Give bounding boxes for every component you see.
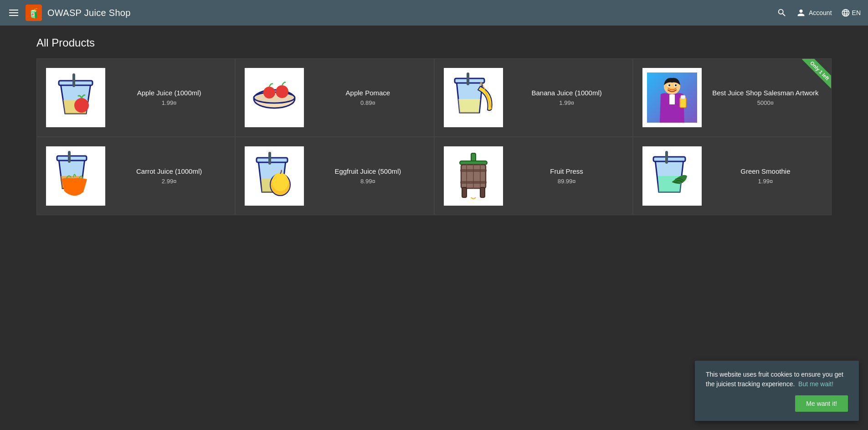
cookie-message: This website uses fruit cookies to ensur… — [706, 370, 848, 389]
main-content: All Products — [0, 26, 868, 226]
svg-rect-12 — [455, 78, 484, 83]
svg-rect-42 — [462, 187, 467, 197]
language-button[interactable]: EN — [841, 8, 861, 17]
product-info-fruit-press: Fruit Press 89.99¤ — [510, 167, 623, 185]
product-image-salesman-artwork — [642, 68, 702, 127]
svg-rect-3 — [59, 81, 92, 85]
product-name-apple-pomace: Apple Pomace — [311, 89, 424, 97]
product-price-banana-juice: 1.99¤ — [510, 99, 623, 106]
page-title: All Products — [36, 36, 832, 49]
svg-rect-23 — [681, 95, 685, 99]
product-price-salesman-artwork: 5000¤ — [709, 99, 822, 106]
product-card-salesman-artwork[interactable]: Only 1 left — [633, 58, 832, 137]
product-image-fruit-press — [444, 146, 503, 206]
product-price-apple-juice: 1.99¤ — [113, 99, 226, 106]
product-image-carrot-juice — [46, 146, 105, 206]
product-name-apple-juice: Apple Juice (1000ml) — [113, 89, 226, 97]
product-info-green-smoothie: Green Smoothie 1.99¤ — [709, 167, 822, 185]
product-image-banana-juice — [444, 68, 503, 127]
brand-logo: 🧃 — [26, 5, 42, 21]
cookie-accept-button[interactable]: Me want it! — [795, 395, 848, 412]
svg-rect-25 — [57, 156, 87, 161]
product-name-fruit-press: Fruit Press — [510, 167, 623, 175]
navbar-right: Account EN — [777, 8, 861, 18]
product-card-fruit-press[interactable]: Fruit Press 89.99¤ — [434, 137, 633, 215]
products-grid: Apple Juice (1000ml) 1.99¤ — [36, 58, 832, 215]
svg-rect-46 — [665, 151, 668, 164]
product-price-eggfruit-juice: 8.99¤ — [311, 178, 424, 185]
product-info-carrot-juice: Carrot Juice (1000ml) 2.99¤ — [113, 167, 226, 185]
product-image-green-smoothie — [642, 146, 702, 206]
product-price-apple-pomace: 0.89¤ — [311, 99, 424, 106]
svg-rect-45 — [653, 157, 685, 161]
product-name-banana-juice: Banana Juice (1000ml) — [510, 89, 623, 97]
account-button[interactable]: Account — [796, 8, 832, 18]
product-card-green-smoothie[interactable]: Green Smoothie 1.99¤ — [633, 137, 832, 215]
svg-text:🧃: 🧃 — [28, 8, 40, 19]
svg-point-21 — [675, 84, 677, 86]
product-card-banana-juice[interactable]: Banana Juice (1000ml) 1.99¤ — [434, 58, 633, 137]
cookie-banner: This website uses fruit cookies to ensur… — [695, 361, 859, 421]
ribbon-only-1-left: Only 1 left — [802, 59, 831, 88]
search-button[interactable] — [777, 8, 787, 18]
product-image-apple-pomace — [245, 68, 304, 127]
svg-point-10 — [263, 87, 275, 98]
product-price-carrot-juice: 2.99¤ — [113, 178, 226, 185]
product-info-apple-pomace: Apple Pomace 0.89¤ — [311, 89, 424, 106]
product-price-fruit-press: 89.99¤ — [510, 178, 623, 185]
svg-rect-13 — [467, 73, 469, 85]
product-card-apple-juice[interactable]: Apple Juice (1000ml) 1.99¤ — [36, 58, 235, 137]
svg-point-9 — [276, 85, 288, 98]
svg-point-20 — [668, 84, 670, 86]
lang-label: EN — [852, 9, 861, 16]
brand-title: OWASP Juice Shop — [47, 8, 131, 18]
cookie-link[interactable]: But me wait! — [798, 380, 833, 388]
svg-rect-29 — [257, 158, 288, 162]
product-image-eggfruit-juice — [245, 146, 304, 206]
svg-rect-4 — [72, 73, 75, 87]
svg-rect-26 — [68, 151, 71, 163]
menu-button[interactable] — [7, 8, 20, 18]
product-card-carrot-juice[interactable]: Carrot Juice (1000ml) 2.99¤ — [36, 137, 235, 215]
svg-rect-30 — [268, 152, 271, 165]
product-price-green-smoothie: 1.99¤ — [709, 178, 822, 185]
product-card-apple-pomace[interactable]: Apple Pomace 0.89¤ — [235, 58, 434, 137]
product-image-apple-juice — [46, 68, 105, 127]
product-name-eggfruit-juice: Eggfruit Juice (500ml) — [311, 167, 424, 175]
product-name-green-smoothie: Green Smoothie — [709, 167, 822, 175]
svg-rect-43 — [480, 187, 485, 197]
product-name-carrot-juice: Carrot Juice (1000ml) — [113, 167, 226, 175]
product-card-eggfruit-juice[interactable]: Eggfruit Juice (500ml) 8.99¤ — [235, 137, 434, 215]
navbar: 🧃 OWASP Juice Shop Account EN — [0, 0, 868, 26]
account-label: Account — [809, 9, 832, 16]
svg-rect-17 — [669, 94, 675, 104]
svg-rect-41 — [460, 181, 487, 184]
product-info-banana-juice: Banana Juice (1000ml) 1.99¤ — [510, 89, 623, 106]
svg-marker-14 — [458, 99, 480, 113]
svg-rect-40 — [460, 169, 487, 172]
product-info-eggfruit-juice: Eggfruit Juice (500ml) 8.99¤ — [311, 167, 424, 185]
navbar-left: 🧃 OWASP Juice Shop — [7, 5, 777, 21]
product-info-apple-juice: Apple Juice (1000ml) 1.99¤ — [113, 89, 226, 106]
svg-point-6 — [74, 98, 89, 113]
svg-point-33 — [272, 173, 288, 191]
